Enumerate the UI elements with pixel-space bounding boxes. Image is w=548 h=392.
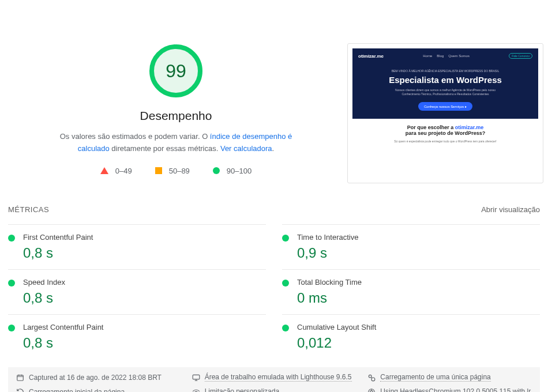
- refresh-icon: [16, 388, 24, 393]
- metric-name: Time to Interactive: [297, 233, 540, 242]
- mock-nav-item: Home: [423, 54, 432, 58]
- mock-nav-item: Blog: [437, 54, 444, 58]
- legend-pass: 90–100: [213, 167, 252, 175]
- disclaimer-suffix: .: [272, 144, 275, 153]
- category-title: Desempenho: [140, 109, 212, 123]
- mock-nav-btn: Fale Conosco: [509, 53, 532, 59]
- legend-fail-label: 0–49: [115, 167, 132, 175]
- metric-value: 0,8 s: [23, 335, 266, 351]
- metrics-header: MÉTRICAS Abrir visualização: [0, 201, 548, 224]
- expand-view-link[interactable]: Abrir visualização: [481, 205, 540, 214]
- metric-value: 0,9 s: [297, 245, 540, 261]
- legend-fail: 0–49: [100, 167, 132, 175]
- pass-dot-icon: [282, 280, 289, 287]
- metric-name: Total Blocking Time: [297, 278, 540, 287]
- metric-tbt[interactable]: Total Blocking Time 0 ms: [282, 269, 540, 314]
- circle-icon: [213, 167, 220, 174]
- footer-emulated-text: Área de trabalho emulada with Lighthouse…: [205, 373, 352, 382]
- timer-icon: [367, 374, 376, 382]
- svg-point-4: [369, 375, 372, 378]
- footer-captured: Captured at 16 de ago. de 2022 18:08 BRT: [16, 373, 181, 382]
- footer-single-load[interactable]: Carregamento de uma única página: [367, 373, 532, 382]
- mock-h2a: Por que escolher a: [407, 125, 455, 130]
- legend-avg-label: 50–89: [169, 167, 190, 175]
- mock-cta: Conheça nossos Serviços ▸: [418, 102, 472, 111]
- top-section: 99 Desempenho Os valores são estimados e…: [0, 0, 548, 201]
- metric-value: 0,8 s: [23, 290, 266, 306]
- svg-rect-3: [193, 375, 200, 379]
- pass-dot-icon: [282, 235, 289, 242]
- legend-pass-label: 90–100: [227, 167, 252, 175]
- footer-captured-text: Captured at 16 de ago. de 2022 18:08 BRT: [29, 374, 162, 382]
- metric-tti[interactable]: Time to Interactive 0,9 s: [282, 224, 540, 269]
- metric-name: First Contentful Paint: [23, 233, 266, 242]
- mock-hero: otimizar.me Home Blog Quem Somos Fale Co…: [352, 48, 538, 119]
- metric-name: Cumulative Layout Shift: [297, 323, 540, 331]
- screenshot-panel: otimizar.me Home Blog Quem Somos Fale Co…: [347, 12, 543, 183]
- page-screenshot[interactable]: otimizar.me Home Blog Quem Somos Fale Co…: [347, 43, 543, 183]
- triangle-icon: [100, 167, 108, 174]
- pass-dot-icon: [8, 280, 15, 287]
- metric-name: Largest Contentful Paint: [23, 323, 266, 331]
- footer-initial-load-text: Carregamento inicial da página: [29, 388, 125, 393]
- disclaimer-prefix: Os valores são estimados e podem variar.…: [60, 132, 210, 141]
- metric-value: 0,8 s: [23, 245, 266, 261]
- mock-page: otimizar.me Home Blog Quem Somos Fale Co…: [352, 48, 538, 178]
- metrics-title: MÉTRICAS: [8, 205, 49, 214]
- metric-value: 0,012: [297, 335, 540, 351]
- legend-average: 50–89: [155, 167, 190, 175]
- calendar-icon: [16, 374, 24, 382]
- footer-throttling-text: Limitação personalizada: [205, 387, 279, 392]
- pass-dot-icon: [8, 325, 15, 331]
- mock-h2brand: otimizar.me: [455, 125, 484, 130]
- mock-lower: Por que escolher a otimizar.me para seu …: [352, 119, 538, 149]
- metric-lcp[interactable]: Largest Contentful Paint 0,8 s: [8, 314, 266, 359]
- mock-h1: Especialista em WordPress: [358, 75, 532, 85]
- footer-meta: Captured at 16 de ago. de 2022 18:08 BRT…: [8, 367, 540, 392]
- footer-chromium-text: Using HeadlessChromium 102.0.5005.115 wi…: [380, 387, 531, 392]
- square-icon: [155, 167, 162, 174]
- footer-single-load-text: Carregamento de uma única página: [380, 373, 490, 382]
- pass-dot-icon: [8, 235, 15, 242]
- footer-emulated[interactable]: Área de trabalho emulada with Lighthouse…: [192, 373, 356, 382]
- metric-fcp[interactable]: First Contentful Paint 0,8 s: [8, 224, 266, 269]
- gauge-panel: 99 Desempenho Os valores são estimados e…: [5, 12, 347, 183]
- disclaimer-middle: diretamente por essas métricas.: [110, 144, 220, 153]
- score-legend: 0–49 50–89 90–100: [100, 167, 252, 175]
- metric-cls[interactable]: Cumulative Layout Shift 0,012: [282, 314, 540, 359]
- metric-si[interactable]: Speed Index 0,8 s: [8, 269, 266, 314]
- mock-brand: otimizar.me: [358, 54, 384, 59]
- chrome-icon: [367, 388, 376, 393]
- lighthouse-report: 99 Desempenho Os valores são estimados e…: [0, 0, 548, 392]
- svg-rect-2: [17, 375, 24, 380]
- desktop-icon: [192, 374, 200, 382]
- mock-h2b: para seu projeto de WordPress?: [358, 130, 532, 136]
- metric-value: 0 ms: [297, 290, 540, 306]
- gauge-score: 99: [148, 43, 204, 99]
- footer-initial-load: Carregamento inicial da página: [16, 387, 181, 392]
- disclaimer-text: Os valores são estimados e podem variar.…: [55, 131, 297, 155]
- mock-desc: Nossos clientes dizem que somos a melhor…: [388, 88, 503, 96]
- performance-gauge[interactable]: 99: [148, 43, 204, 99]
- mock-nav-item: Quem Somos: [448, 54, 470, 58]
- mock-sub: BEM-VINDO À MELHOR AGÊNCIA ESPECIALISTA …: [358, 69, 532, 73]
- metrics-grid: First Contentful Paint 0,8 s Time to Int…: [0, 224, 548, 359]
- footer-chromium[interactable]: Using HeadlessChromium 102.0.5005.115 wi…: [367, 387, 532, 392]
- footer-throttling[interactable]: Limitação personalizada: [192, 387, 356, 392]
- calculator-link[interactable]: Ver calculadora: [220, 144, 272, 153]
- metric-name: Speed Index: [23, 278, 266, 287]
- pass-dot-icon: [282, 325, 289, 331]
- mock-small: Só quem é especialista pode entregar tud…: [358, 140, 532, 143]
- network-icon: [192, 388, 200, 393]
